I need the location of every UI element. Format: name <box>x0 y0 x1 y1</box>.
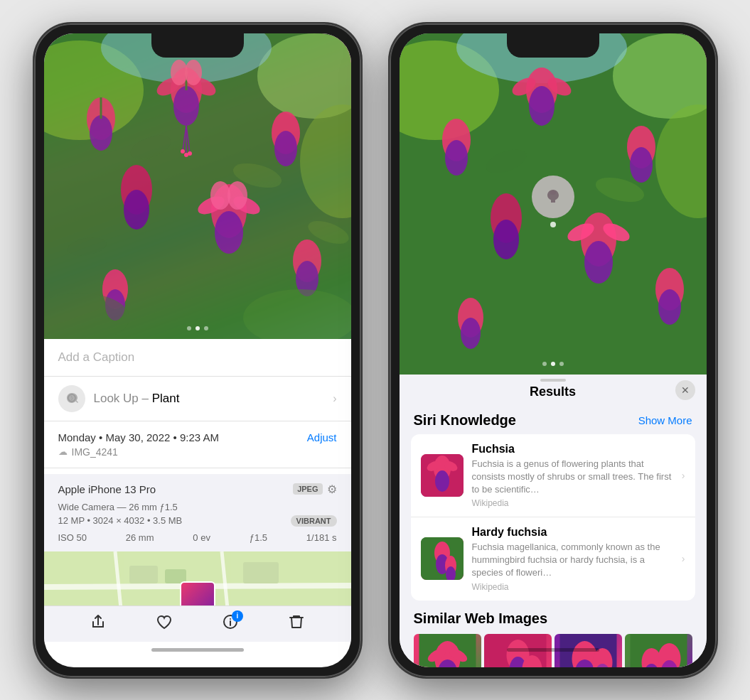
style-badge: VIBRANT <box>291 515 337 527</box>
metadata-section: Monday • May 30, 2022 • 9:23 AM Adjust ☁… <box>44 421 351 468</box>
lookup-row[interactable]: Look Up – Plant › <box>44 377 351 421</box>
drag-handle <box>540 379 566 382</box>
hardy-source: Wikipedia <box>472 582 673 592</box>
home-indicator <box>151 648 244 652</box>
hardy-thumbnail <box>421 537 464 580</box>
camera-section: Apple iPhone 13 Pro JPEG ⚙ Wide Camera —… <box>44 474 351 551</box>
format-badge: JPEG <box>293 483 322 495</box>
photo-date: Monday • May 30, 2022 • 9:23 AM <box>58 431 219 443</box>
results-title: Results <box>530 384 576 399</box>
svg-point-24 <box>227 181 247 210</box>
svg-point-80 <box>435 470 449 492</box>
format-badges: JPEG ⚙ <box>293 483 336 496</box>
results-panel: Results ✕ Siri Knowledge Show More <box>400 375 707 667</box>
fuchsia-source: Wikipedia <box>472 498 673 508</box>
notch <box>151 33 244 58</box>
exif-aperture: ƒ1.5 <box>250 532 267 543</box>
exif-iso: ISO 50 <box>58 532 87 543</box>
hardy-desc: Fuchsia magellanica, commonly known as t… <box>472 541 673 580</box>
fuchsia-chevron-icon: › <box>682 470 685 481</box>
exif-ev: 0 ev <box>193 532 210 543</box>
caption-area[interactable]: Add a Caption <box>44 339 351 377</box>
exif-focal: 26 mm <box>126 532 154 543</box>
fuchsia-thumbnail <box>421 454 464 497</box>
lookup-label: Look Up – Plant <box>94 392 180 406</box>
svg-point-62 <box>445 140 468 176</box>
svg-point-14 <box>185 60 202 85</box>
svg-rect-46 <box>129 566 158 583</box>
filename: IMG_4241 <box>72 446 118 458</box>
phone2-screen: Results ✕ Siri Knowledge Show More <box>400 33 707 667</box>
info-badge: i <box>232 610 243 622</box>
svg-point-58 <box>529 86 555 126</box>
hardy-chevron-icon: › <box>682 553 685 564</box>
hardy-content: Hardy fuchsia Fuchsia magellanica, commo… <box>472 526 673 592</box>
exif-row: ISO 50 26 mm 0 ev ƒ1.5 1/181 s <box>58 532 337 543</box>
bottom-toolbar: i <box>44 605 351 642</box>
similar-section: Similar Web Images <box>400 601 707 667</box>
svg-point-72 <box>658 289 681 325</box>
heart-button[interactable] <box>156 613 173 635</box>
phone1-screen: Add a Caption Look Up – Plant › <box>44 33 351 667</box>
svg-point-64 <box>630 147 653 183</box>
svg-point-38 <box>184 153 188 157</box>
svg-point-66 <box>493 220 519 259</box>
close-button[interactable]: ✕ <box>675 380 695 400</box>
phone-left: Add a Caption Look Up – Plant › <box>34 23 361 677</box>
similar-image-4[interactable] <box>625 634 692 667</box>
adjust-button[interactable]: Adjust <box>307 431 337 443</box>
svg-point-74 <box>461 318 481 349</box>
svg-point-16 <box>274 131 297 166</box>
visual-lookup-button[interactable] <box>532 176 574 218</box>
filename-row: ☁ IMG_4241 <box>58 446 337 458</box>
home-indicator-r <box>507 648 599 652</box>
results-header: Results ✕ <box>400 375 707 406</box>
knowledge-card: Fuchsia Fuchsia is a genus of flowering … <box>411 434 695 601</box>
svg-point-23 <box>210 181 230 210</box>
photo-display[interactable] <box>44 33 351 339</box>
svg-point-77 <box>550 190 556 195</box>
fuchsia-title: Fuchsia <box>472 443 673 456</box>
svg-rect-48 <box>243 562 279 583</box>
siri-knowledge-header: Siri Knowledge Show More <box>400 406 707 434</box>
svg-point-18 <box>124 190 149 230</box>
svg-point-36 <box>181 149 185 154</box>
delete-button[interactable] <box>288 613 305 635</box>
knowledge-item-hardy[interactable]: Hardy fuchsia Fuchsia magellanica, commo… <box>411 517 695 601</box>
similar-image-1[interactable] <box>414 634 481 667</box>
share-button[interactable] <box>90 613 107 635</box>
caption-placeholder: Add a Caption <box>58 350 135 364</box>
notch-r <box>507 33 599 58</box>
camera-settings-icon[interactable]: ⚙ <box>327 483 337 496</box>
svg-point-68 <box>584 241 613 284</box>
fuchsia-desc: Fuchsia is a genus of flowering plants t… <box>472 458 673 497</box>
fuchsia-content: Fuchsia Fuchsia is a genus of flowering … <box>472 443 673 509</box>
svg-point-6 <box>90 115 112 151</box>
camera-mp-row: 12 MP • 3024 × 4032 • 3.5 MB VIBRANT <box>58 515 337 527</box>
info-button[interactable]: i <box>222 613 239 635</box>
photo-display-2[interactable] <box>400 33 707 375</box>
cloud-icon: ☁ <box>58 446 68 457</box>
phone-right: Results ✕ Siri Knowledge Show More <box>390 23 717 677</box>
lookup-icon <box>58 385 85 412</box>
siri-knowledge-title: Siri Knowledge <box>414 412 516 429</box>
similar-title: Similar Web Images <box>414 610 692 627</box>
camera-name: Apple iPhone 13 Pro <box>58 483 156 495</box>
svg-point-20 <box>215 211 243 254</box>
exif-shutter: 1/181 s <box>306 532 337 543</box>
siri-dot <box>550 222 556 227</box>
knowledge-item-fuchsia[interactable]: Fuchsia Fuchsia is a genus of flowering … <box>411 434 695 518</box>
svg-point-51 <box>230 618 231 620</box>
hardy-title: Hardy fuchsia <box>472 526 673 539</box>
svg-point-9 <box>173 86 199 126</box>
lookup-chevron-icon: › <box>333 392 336 405</box>
show-more-button[interactable]: Show More <box>638 414 692 426</box>
camera-lens: Wide Camera — 26 mm ƒ1.5 <box>58 502 337 512</box>
